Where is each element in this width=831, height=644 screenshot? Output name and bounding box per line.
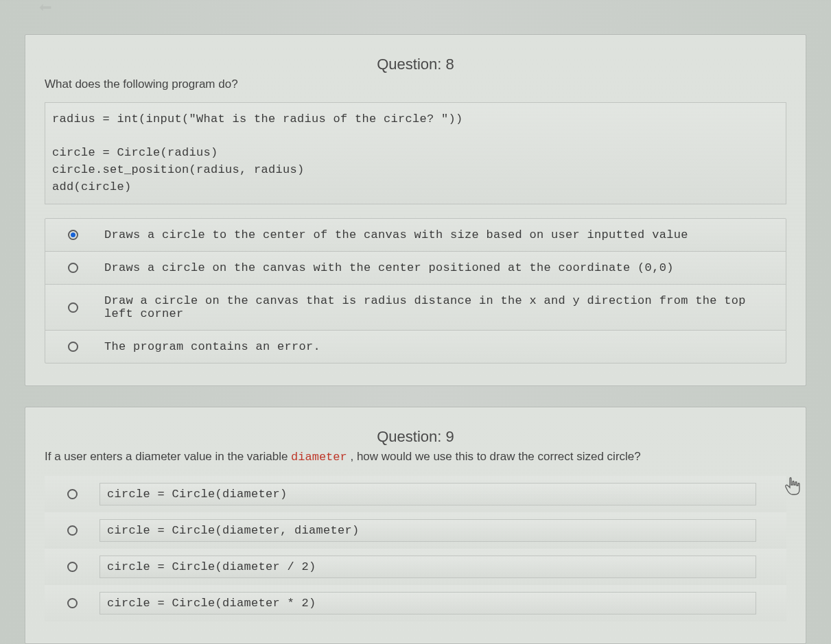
radio-icon[interactable] bbox=[68, 302, 78, 313]
radio-icon[interactable] bbox=[68, 263, 78, 273]
option-row[interactable]: Draw a circle on the canvas that is radi… bbox=[45, 285, 786, 331]
radio-icon[interactable] bbox=[67, 489, 78, 499]
option-row[interactable]: circle = Circle(diameter) bbox=[45, 476, 786, 512]
option-code: circle = Circle(diameter, diameter) bbox=[100, 519, 756, 542]
option-code: circle = Circle(diameter) bbox=[100, 483, 756, 505]
header-decorative-icon bbox=[38, 3, 52, 12]
radio-cell[interactable] bbox=[45, 588, 100, 618]
question-number: Question: 9 bbox=[45, 428, 786, 446]
option-text: Draws a circle on the canvas with the ce… bbox=[100, 252, 786, 284]
question-number: Question: 8 bbox=[45, 56, 786, 73]
question-card-8: Question: 8 What does the following prog… bbox=[25, 34, 806, 386]
options-group: circle = Circle(diameter) circle = Circl… bbox=[45, 476, 786, 621]
option-row[interactable]: Draws a circle to the center of the canv… bbox=[45, 219, 786, 252]
option-row[interactable]: circle = Circle(diameter / 2) bbox=[45, 549, 786, 585]
prompt-text-before: If a user enters a diameter value in the… bbox=[45, 450, 291, 463]
option-text: Draw a circle on the canvas that is radi… bbox=[100, 285, 786, 330]
radio-icon[interactable] bbox=[68, 342, 78, 352]
option-row[interactable]: The program contains an error. bbox=[45, 331, 786, 363]
option-row[interactable]: circle = Circle(diameter * 2) bbox=[45, 585, 786, 621]
question-prompt: What does the following program do? bbox=[45, 77, 786, 91]
question-prompt: If a user enters a diameter value in the… bbox=[45, 450, 786, 464]
radio-selected-icon[interactable] bbox=[68, 230, 78, 240]
option-row[interactable]: Draws a circle on the canvas with the ce… bbox=[45, 252, 786, 285]
options-group: Draws a circle to the center of the canv… bbox=[45, 218, 786, 363]
radio-cell[interactable] bbox=[45, 552, 100, 582]
question-card-9: Question: 9 If a user enters a diameter … bbox=[25, 407, 806, 644]
radio-cell[interactable] bbox=[45, 479, 100, 509]
prompt-text-after: , how would we use this to draw the corr… bbox=[347, 450, 641, 463]
option-text: Draws a circle to the center of the canv… bbox=[100, 219, 786, 251]
radio-icon[interactable] bbox=[67, 525, 78, 536]
option-code: circle = Circle(diameter / 2) bbox=[100, 556, 756, 578]
option-row[interactable]: circle = Circle(diameter, diameter) bbox=[45, 512, 786, 549]
radio-cell[interactable] bbox=[45, 293, 100, 322]
radio-icon[interactable] bbox=[67, 598, 78, 608]
radio-cell[interactable] bbox=[45, 516, 100, 545]
radio-cell[interactable] bbox=[45, 332, 100, 361]
radio-icon[interactable] bbox=[67, 562, 78, 572]
radio-cell[interactable] bbox=[45, 220, 100, 250]
option-text: The program contains an error. bbox=[100, 331, 786, 363]
radio-cell[interactable] bbox=[45, 253, 100, 283]
code-block: radius = int(input("What is the radius o… bbox=[45, 102, 786, 204]
option-code: circle = Circle(diameter * 2) bbox=[100, 592, 756, 615]
inline-code: diameter bbox=[291, 451, 347, 464]
